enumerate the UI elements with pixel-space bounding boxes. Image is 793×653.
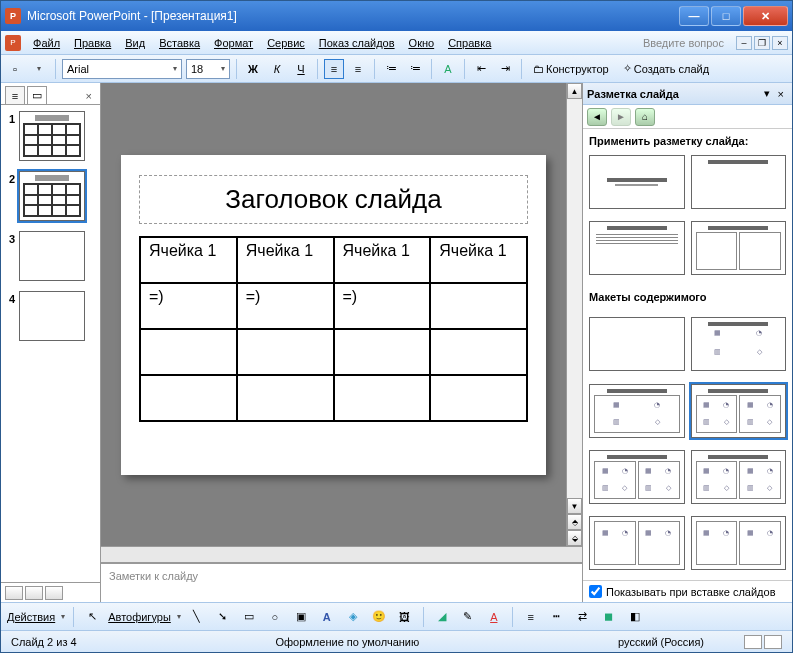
table-cell[interactable]: Ячейка 1	[237, 237, 334, 283]
layout-content[interactable]: ▦◔▥◇	[691, 317, 787, 371]
table-cell[interactable]	[334, 375, 431, 421]
status-btn-1[interactable]	[744, 635, 762, 649]
font-size-combo[interactable]: 18▾	[186, 59, 230, 79]
font-size-increase-button[interactable]: A	[438, 59, 458, 79]
outline-tab[interactable]: ≡	[5, 86, 25, 104]
nav-back-icon[interactable]: ◄	[587, 108, 607, 126]
table-cell[interactable]: =)	[334, 283, 431, 329]
menu-view[interactable]: Вид	[119, 35, 151, 51]
table-cell[interactable]	[430, 283, 527, 329]
layout-title-text[interactable]	[589, 221, 685, 275]
table-cell[interactable]	[430, 375, 527, 421]
picture-icon[interactable]: 🖼	[395, 607, 415, 627]
menu-file[interactable]: Файл	[27, 35, 66, 51]
next-slide-icon[interactable]: ⬙	[567, 530, 582, 546]
oval-icon[interactable]: ○	[265, 607, 285, 627]
bold-button[interactable]: Ж	[243, 59, 263, 79]
wordart-icon[interactable]: A	[317, 607, 337, 627]
slide-table[interactable]: Ячейка 1 Ячейка 1 Ячейка 1 Ячейка 1 =) =…	[139, 236, 528, 422]
show-on-insert-checkbox[interactable]	[589, 585, 602, 598]
notes-pane[interactable]: Заметки к слайду	[101, 562, 582, 602]
prev-slide-icon[interactable]: ⬘	[567, 514, 582, 530]
document-icon[interactable]: P	[5, 35, 21, 51]
slide-thumbnail-3[interactable]	[19, 231, 85, 281]
bulleted-list-button[interactable]: ≔	[405, 59, 425, 79]
clipart-icon[interactable]: 🙂	[369, 607, 389, 627]
align-center-button[interactable]: ≡	[348, 59, 368, 79]
align-left-button[interactable]: ≡	[324, 59, 344, 79]
menu-insert[interactable]: Вставка	[153, 35, 206, 51]
menu-format[interactable]: Формат	[208, 35, 259, 51]
taskpane-close-icon[interactable]: ×	[774, 88, 788, 100]
layout-two-text[interactable]	[691, 221, 787, 275]
mdi-minimize[interactable]: –	[736, 36, 752, 50]
sorter-view-button[interactable]	[25, 586, 43, 600]
menu-window[interactable]: Окно	[403, 35, 441, 51]
taskpane-menu-icon[interactable]: ▾	[760, 87, 774, 100]
table-cell[interactable]	[140, 329, 237, 375]
nav-home-icon[interactable]: ⌂	[635, 108, 655, 126]
table-cell[interactable]: Ячейка 1	[334, 237, 431, 283]
scroll-up-icon[interactable]: ▲	[567, 83, 582, 99]
underline-button[interactable]: Ч	[291, 59, 311, 79]
layout-two-content[interactable]: ▦◔▥◇▦◔▥◇	[691, 384, 787, 438]
slide-canvas[interactable]: Заголовок слайда Ячейка 1 Ячейка 1 Ячейк…	[101, 83, 566, 546]
font-combo[interactable]: Arial▾	[62, 59, 182, 79]
layout-more-2[interactable]: ▦◔▦◔	[691, 516, 787, 570]
slideshow-view-button[interactable]	[45, 586, 63, 600]
maximize-button[interactable]: □	[711, 6, 741, 26]
toolbar-dropdown-icon[interactable]: ▾	[29, 59, 49, 79]
help-question-box[interactable]: Введите вопрос	[643, 37, 730, 49]
layout-title-only[interactable]	[691, 155, 787, 209]
designer-icon[interactable]: 🗀 Конструктор	[528, 59, 614, 79]
title-placeholder[interactable]: Заголовок слайда	[139, 175, 528, 224]
select-arrow-icon[interactable]: ↖	[82, 607, 102, 627]
slide[interactable]: Заголовок слайда Ячейка 1 Ячейка 1 Ячейк…	[121, 155, 546, 475]
menu-edit[interactable]: Правка	[68, 35, 117, 51]
table-cell[interactable]: Ячейка 1	[140, 237, 237, 283]
mdi-restore[interactable]: ❐	[754, 36, 770, 50]
arrow-style-icon[interactable]: ⇄	[573, 607, 593, 627]
menu-help[interactable]: Справка	[442, 35, 497, 51]
layout-more-1[interactable]: ▦◔▦◔	[589, 516, 685, 570]
slide-thumbnail-4[interactable]	[19, 291, 85, 341]
decrease-indent-button[interactable]: ⇤	[471, 59, 491, 79]
new-doc-icon[interactable]: ▫	[5, 59, 25, 79]
mdi-close[interactable]: ×	[772, 36, 788, 50]
normal-view-button[interactable]	[5, 586, 23, 600]
numbered-list-button[interactable]: ≔	[381, 59, 401, 79]
layout-four-content[interactable]: ▦◔▥◇▦◔▥◇	[691, 450, 787, 504]
line-weight-icon[interactable]: ≡	[521, 607, 541, 627]
actions-menu[interactable]: Действия	[7, 611, 55, 623]
font-color-icon[interactable]: A	[484, 607, 504, 627]
horizontal-scrollbar[interactable]	[101, 546, 582, 562]
textbox-icon[interactable]: ▣	[291, 607, 311, 627]
diagram-icon[interactable]: ◈	[343, 607, 363, 627]
scroll-track[interactable]	[567, 99, 582, 498]
layout-content-vert[interactable]: ▦◔▥◇▦◔▥◇	[589, 450, 685, 504]
table-cell[interactable]	[140, 375, 237, 421]
line-color-icon[interactable]: ✎	[458, 607, 478, 627]
autoshapes-menu[interactable]: Автофигуры	[108, 611, 171, 623]
new-slide-button[interactable]: ✧ Создать слайд	[618, 59, 714, 79]
increase-indent-button[interactable]: ⇥	[495, 59, 515, 79]
status-btn-2[interactable]	[764, 635, 782, 649]
vertical-scrollbar[interactable]: ▲ ▼ ⬘ ⬙	[566, 83, 582, 546]
pane-close-icon[interactable]: ×	[82, 88, 96, 104]
shadow-icon[interactable]: ◼	[599, 607, 619, 627]
table-cell[interactable]: =)	[237, 283, 334, 329]
nav-forward-icon[interactable]: ►	[611, 108, 631, 126]
rectangle-icon[interactable]: ▭	[239, 607, 259, 627]
fill-color-icon[interactable]: ◢	[432, 607, 452, 627]
dash-style-icon[interactable]: ┅	[547, 607, 567, 627]
slide-thumbnail-2[interactable]	[19, 171, 85, 221]
close-button[interactable]: ✕	[743, 6, 788, 26]
table-cell[interactable]	[430, 329, 527, 375]
menu-slideshow[interactable]: Показ слайдов	[313, 35, 401, 51]
table-cell[interactable]	[237, 329, 334, 375]
menu-tools[interactable]: Сервис	[261, 35, 311, 51]
table-cell[interactable]	[237, 375, 334, 421]
italic-button[interactable]: К	[267, 59, 287, 79]
layout-blank[interactable]	[589, 317, 685, 371]
layout-title-slide[interactable]	[589, 155, 685, 209]
